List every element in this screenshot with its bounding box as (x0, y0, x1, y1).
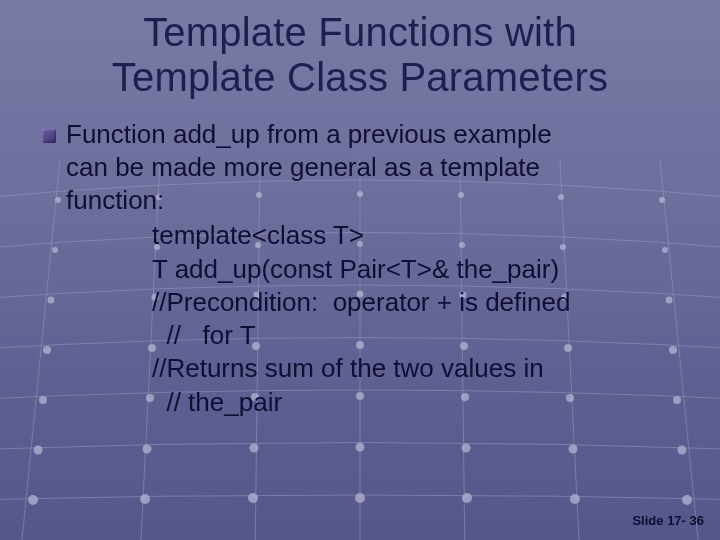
code-line: //Precondition: operator + is defined (152, 286, 692, 319)
svg-point-39 (462, 444, 471, 453)
slide-number: Slide 17- 36 (632, 513, 704, 528)
title-line-2: Template Class Parameters (112, 55, 608, 99)
para-line-2: can be made more general as a template (66, 152, 540, 182)
bullet-item: Function add_up from a previous example … (42, 118, 692, 218)
svg-point-46 (462, 493, 472, 503)
svg-point-37 (250, 444, 259, 453)
svg-point-41 (678, 446, 687, 455)
code-block: template<class T> T add_up(const Pair<T>… (42, 219, 692, 419)
para-line-3: function: (66, 185, 164, 215)
code-line: template<class T> (152, 219, 692, 252)
svg-point-45 (355, 493, 365, 503)
code-line: //Returns sum of the two values in (152, 352, 692, 385)
paragraph: Function add_up from a previous example … (66, 118, 692, 218)
code-line: // the_pair (152, 386, 692, 419)
svg-point-48 (682, 495, 692, 505)
svg-point-40 (569, 445, 578, 454)
bullet-square-icon (42, 129, 56, 143)
slide-content: Template Functions with Template Class P… (0, 0, 720, 419)
svg-point-43 (140, 494, 150, 504)
svg-point-44 (248, 493, 258, 503)
svg-point-36 (143, 445, 152, 454)
svg-point-47 (570, 494, 580, 504)
svg-point-35 (34, 446, 43, 455)
slide-title: Template Functions with Template Class P… (28, 10, 692, 100)
para-line-1: Function add_up from a previous example (66, 119, 552, 149)
code-line: T add_up(const Pair<T>& the_pair) (152, 253, 692, 286)
body-text: Function add_up from a previous example … (28, 118, 692, 419)
svg-point-38 (356, 443, 365, 452)
svg-point-42 (28, 495, 38, 505)
slide: Template Functions with Template Class P… (0, 0, 720, 540)
code-line: // for T (152, 319, 692, 352)
title-line-1: Template Functions with (143, 10, 577, 54)
